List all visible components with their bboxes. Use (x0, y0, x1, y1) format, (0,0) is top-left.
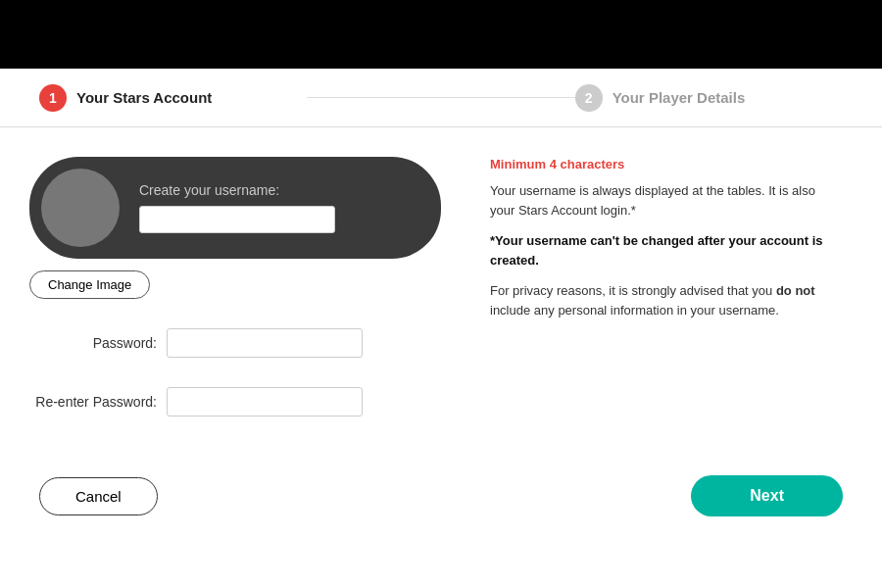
step-2-label: Your Player Details (612, 89, 746, 106)
cancel-button[interactable]: Cancel (39, 477, 158, 515)
password-row: Password: (29, 328, 451, 358)
bottom-bar: Cancel Next (0, 456, 882, 536)
right-column: Minimum 4 characters Your username is al… (490, 157, 843, 416)
avatar (41, 169, 120, 247)
next-button[interactable]: Next (691, 475, 843, 516)
username-label: Create your username: (139, 182, 421, 198)
step-1-number: 1 (39, 84, 67, 112)
username-warning: *Your username can't be changed after yo… (490, 231, 843, 270)
reenter-label: Re-enter Password: (29, 394, 157, 410)
content-area: Create your username: Change Image Passw… (0, 127, 882, 436)
change-image-button[interactable]: Change Image (29, 270, 150, 299)
password-input[interactable] (167, 328, 363, 358)
step-divider (307, 97, 574, 98)
reenter-password-row: Re-enter Password: (29, 387, 451, 416)
step-1-label: Your Stars Account (76, 89, 212, 106)
do-not-bold: do not (776, 283, 815, 298)
username-description: Your username is always displayed at the… (490, 181, 843, 220)
username-warning-text: *Your username can't be changed after yo… (490, 233, 823, 268)
step-2-number: 2 (575, 84, 603, 112)
steps-bar: 1 Your Stars Account 2 Your Player Detai… (0, 69, 882, 127)
avatar-username-box: Create your username: (29, 157, 441, 259)
password-label: Password: (29, 335, 157, 351)
privacy-text: For privacy reasons, it is strongly advi… (490, 281, 843, 319)
username-section: Create your username: (139, 182, 421, 233)
step-1: 1 Your Stars Account (39, 84, 307, 112)
username-input[interactable] (139, 206, 335, 233)
min-chars-text: Minimum 4 characters (490, 157, 843, 172)
step-2: 2 Your Player Details (575, 84, 843, 112)
left-column: Create your username: Change Image Passw… (29, 157, 451, 416)
reenter-password-input[interactable] (167, 387, 363, 416)
